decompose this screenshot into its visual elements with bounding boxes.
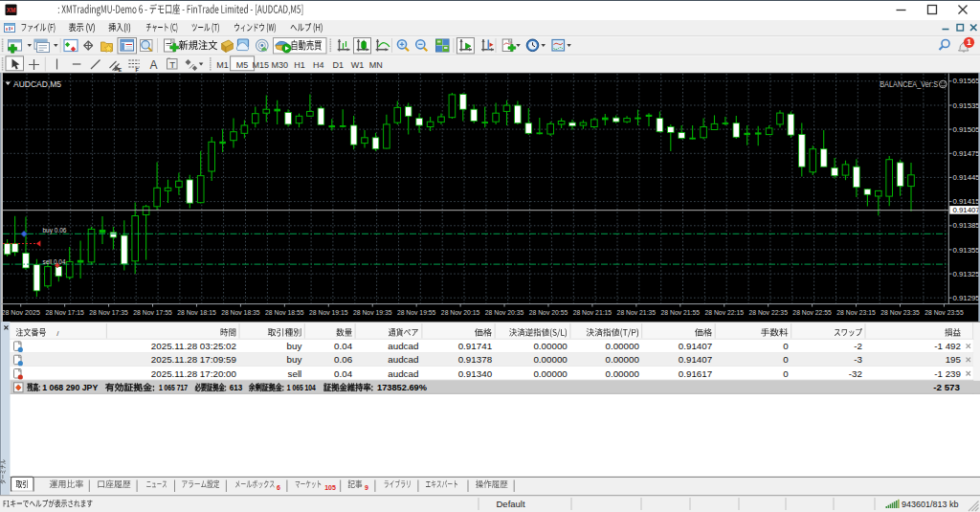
svg-text:buy 0.06: buy 0.06 xyxy=(43,226,67,234)
svg-text:0.91617: 0.91617 xyxy=(679,368,712,379)
svg-text:MN: MN xyxy=(369,60,383,70)
svg-text:28 Nov 23:55: 28 Nov 23:55 xyxy=(924,308,964,317)
svg-text:W1: W1 xyxy=(351,60,365,70)
svg-text:173852.69%: 173852.69% xyxy=(377,383,428,392)
svg-text:0.91407: 0.91407 xyxy=(679,341,712,351)
svg-text:28 Nov 21:15: 28 Nov 21:15 xyxy=(573,308,612,317)
svg-text:28 Nov 23:35: 28 Nov 23:35 xyxy=(880,308,920,317)
svg-text:28 Nov 18:15: 28 Nov 18:15 xyxy=(177,308,216,317)
svg-text:0.00000: 0.00000 xyxy=(605,341,639,351)
svg-text:0.91385: 0.91385 xyxy=(953,221,980,230)
svg-text:0.06: 0.06 xyxy=(334,354,353,365)
svg-text:M30: M30 xyxy=(272,60,289,70)
svg-text:0.91355: 0.91355 xyxy=(953,246,980,255)
svg-text:0.91340: 0.91340 xyxy=(458,368,493,379)
svg-text:28 Nov 2025: 28 Nov 2025 xyxy=(1,308,40,317)
svg-text:0.04: 0.04 xyxy=(334,368,353,379)
svg-text:audcad: audcad xyxy=(388,341,418,351)
svg-text:28 Nov 18:55: 28 Nov 18:55 xyxy=(265,308,304,317)
svg-text:28 Nov 18:35: 28 Nov 18:35 xyxy=(221,308,260,317)
svg-text:H4: H4 xyxy=(313,60,324,70)
svg-text:M1: M1 xyxy=(216,60,229,70)
svg-text:2025.11.28 17:09:59: 2025.11.28 17:09:59 xyxy=(151,354,236,365)
svg-text:28 Nov 17:55: 28 Nov 17:55 xyxy=(133,308,172,317)
svg-text:6: 6 xyxy=(277,484,280,491)
svg-text:28 Nov 20:15: 28 Nov 20:15 xyxy=(441,308,480,317)
svg-text:-2: -2 xyxy=(854,341,862,351)
svg-text:1 068 290 JPY: 1 068 290 JPY xyxy=(42,383,99,392)
svg-text:0.91535: 0.91535 xyxy=(953,101,980,110)
svg-text:0.91505: 0.91505 xyxy=(953,125,980,134)
svg-text:M5: M5 xyxy=(236,60,249,70)
svg-text:0.00000: 0.00000 xyxy=(533,354,568,365)
svg-text:105: 105 xyxy=(324,484,336,491)
svg-text:2025.11.28 03:25:02: 2025.11.28 03:25:02 xyxy=(151,341,236,351)
svg-text:D1: D1 xyxy=(332,60,344,70)
svg-text:28 Nov 22:35: 28 Nov 22:35 xyxy=(748,308,788,317)
svg-text:28 Nov 20:35: 28 Nov 20:35 xyxy=(485,308,524,317)
svg-text:28 Nov 17:35: 28 Nov 17:35 xyxy=(89,308,128,317)
svg-text:0.91445: 0.91445 xyxy=(953,173,980,182)
svg-text:sell: sell xyxy=(288,368,302,379)
svg-text:0.00000: 0.00000 xyxy=(533,341,568,351)
svg-text:0: 0 xyxy=(783,354,789,365)
svg-text:0.91565: 0.91565 xyxy=(953,77,980,85)
svg-text:E: E xyxy=(119,67,122,73)
svg-text:28 Nov 22:15: 28 Nov 22:15 xyxy=(704,308,744,317)
svg-text:BALANCEA_Ver:S: BALANCEA_Ver:S xyxy=(880,79,938,89)
svg-text:28 Nov 20:55: 28 Nov 20:55 xyxy=(529,308,568,317)
svg-text:Default: Default xyxy=(497,499,525,509)
svg-text:T: T xyxy=(169,59,175,70)
svg-text:0.00000: 0.00000 xyxy=(533,368,568,379)
svg-text:audcad: audcad xyxy=(388,354,418,365)
svg-text:0.91475: 0.91475 xyxy=(953,149,980,158)
svg-text:28 Nov 22:55: 28 Nov 22:55 xyxy=(792,308,832,317)
svg-text:0.91741: 0.91741 xyxy=(458,341,492,351)
svg-text:0.00000: 0.00000 xyxy=(605,354,639,365)
svg-text:0.91415: 0.91415 xyxy=(953,197,980,206)
svg-text:28 Nov 17:15: 28 Nov 17:15 xyxy=(45,308,84,317)
svg-text:sell 0.04: sell 0.04 xyxy=(43,257,66,266)
svg-text:audcad: audcad xyxy=(388,368,418,379)
svg-text:AUDCAD,M5: AUDCAD,M5 xyxy=(13,79,61,89)
svg-text:1 065 104: 1 065 104 xyxy=(287,383,317,392)
svg-text:H1: H1 xyxy=(294,60,305,70)
svg-text:0.91407: 0.91407 xyxy=(679,354,712,365)
svg-text:1 065 717: 1 065 717 xyxy=(159,383,188,392)
svg-text:-3: -3 xyxy=(854,354,862,365)
svg-text:0.04: 0.04 xyxy=(334,341,353,351)
svg-text:943601/813 kb: 943601/813 kb xyxy=(902,500,959,509)
svg-text:0: 0 xyxy=(783,341,789,351)
svg-text:0.91295: 0.91295 xyxy=(953,294,980,302)
svg-text:28 Nov 19:15: 28 Nov 19:15 xyxy=(309,308,348,317)
svg-text:-32: -32 xyxy=(849,368,862,379)
svg-text:0: 0 xyxy=(783,368,789,379)
svg-text:28 Nov 19:35: 28 Nov 19:35 xyxy=(353,308,392,317)
svg-text:2025.11.28 17:20:00: 2025.11.28 17:20:00 xyxy=(151,368,237,379)
svg-text:-1 239: -1 239 xyxy=(934,368,961,379)
svg-text:195: 195 xyxy=(946,354,962,365)
svg-text:28 Nov 21:55: 28 Nov 21:55 xyxy=(661,308,701,317)
svg-text:0.91407: 0.91407 xyxy=(953,206,980,214)
svg-text:M15: M15 xyxy=(252,60,269,70)
svg-text:buy: buy xyxy=(287,341,302,351)
svg-text:buy: buy xyxy=(287,354,302,365)
svg-text:613: 613 xyxy=(230,383,243,392)
svg-text:28 Nov 19:55: 28 Nov 19:55 xyxy=(397,308,436,317)
svg-text:9: 9 xyxy=(365,484,368,491)
svg-text:XM: XM xyxy=(7,7,16,13)
svg-text:28 Nov 21:35: 28 Nov 21:35 xyxy=(617,308,657,317)
svg-text:A: A xyxy=(150,58,158,72)
svg-text:0.91378: 0.91378 xyxy=(458,354,493,365)
svg-text:1: 1 xyxy=(967,37,971,47)
svg-text:-1 492: -1 492 xyxy=(934,341,961,351)
svg-text:0.00000: 0.00000 xyxy=(605,368,639,379)
svg-text:0.91325: 0.91325 xyxy=(953,270,980,278)
svg-text:-2 573: -2 573 xyxy=(933,382,960,392)
svg-text:28 Nov 23:15: 28 Nov 23:15 xyxy=(836,308,876,317)
